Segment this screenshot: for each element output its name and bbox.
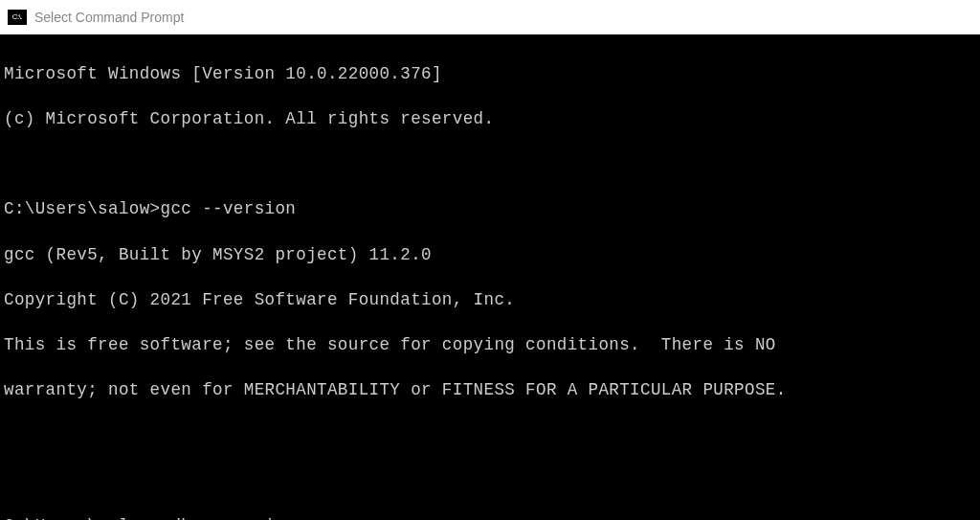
- terminal-blank: [4, 470, 980, 493]
- terminal-body[interactable]: Microsoft Windows [Version 10.0.22000.37…: [0, 34, 980, 520]
- terminal-blank: [4, 425, 980, 448]
- terminal-line: Copyright (C) 2021 Free Software Foundat…: [4, 289, 980, 312]
- terminal-line: Microsoft Windows [Version 10.0.22000.37…: [4, 63, 980, 86]
- cmd-app-icon: C:\.: [8, 10, 27, 25]
- window-title: Select Command Prompt: [34, 10, 184, 25]
- terminal-line: gcc (Rev5, Built by MSYS2 project) 11.2.…: [4, 244, 980, 267]
- prompt-prefix: C:\Users\salow>: [4, 199, 161, 218]
- terminal-prompt-line: C:\Users\salow>gcc --version: [4, 198, 980, 221]
- title-bar[interactable]: C:\. Select Command Prompt: [0, 0, 980, 34]
- prompt-prefix: C:\Users\salow>: [4, 516, 161, 520]
- terminal-line: This is free software; see the source fo…: [4, 334, 980, 357]
- terminal-line: warranty; not even for MERCHANTABILITY o…: [4, 379, 980, 402]
- terminal-blank: [4, 153, 980, 176]
- typed-command: gcc --version: [161, 199, 297, 218]
- terminal-prompt-line: C:\Users\salow>gdb --version: [4, 515, 980, 520]
- typed-command: gdb --version: [161, 516, 297, 520]
- terminal-line: (c) Microsoft Corporation. All rights re…: [4, 108, 980, 131]
